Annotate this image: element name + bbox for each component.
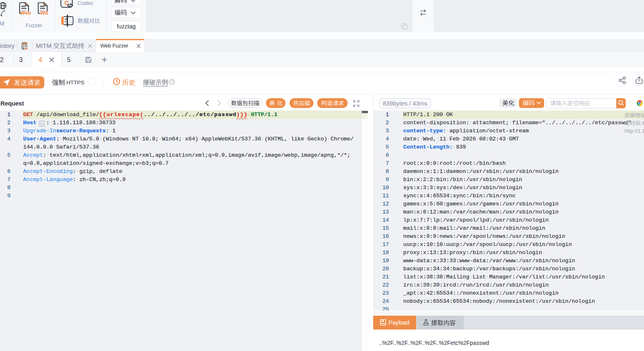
svg-text:?: ? [171, 80, 173, 84]
svg-text:Web: Web [20, 10, 31, 16]
svg-text:WS: WS [40, 10, 48, 16]
